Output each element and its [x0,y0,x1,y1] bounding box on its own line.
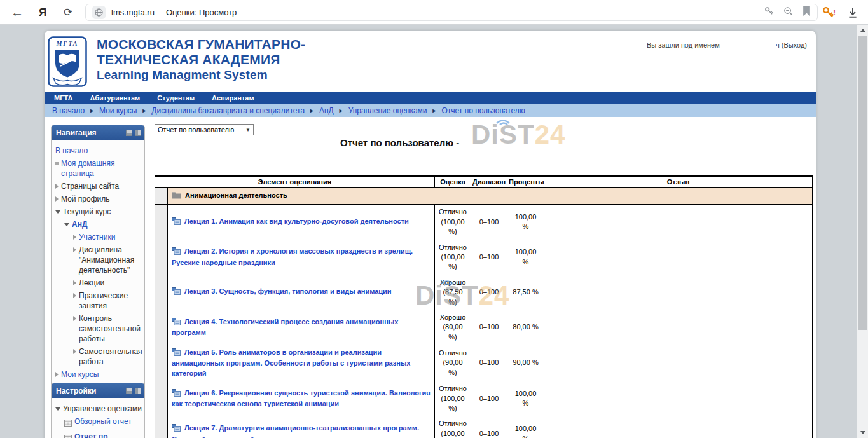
breadcrumb-separator-icon: ► [89,107,95,114]
collapse-block-icon[interactable] [126,130,132,136]
logout-link[interactable]: ч (Выход) [776,41,807,49]
address-bar[interactable]: lms.mgta.ru Оценки: Просмотр [85,4,818,21]
grade-item-link[interactable]: Лекция 5. Роль аниматоров в организации … [172,348,411,377]
item-cell: Лекция 1. Анимация как вид культурно-дос… [168,205,435,240]
url-text[interactable]: lms.mgta.ru [111,8,155,17]
lesson-icon [172,424,181,434]
yandex-logo[interactable]: Я [33,0,52,25]
sidebar-item-label: Практические занятия [79,291,142,311]
sidebar-item[interactable]: Моя домашняя страница [55,157,142,180]
collapse-arrow-icon[interactable] [55,407,60,411]
key-icon[interactable] [764,6,774,18]
collapse-arrow-icon[interactable] [64,223,69,226]
level-gutter-cell [155,240,168,275]
level-gutter-cell [155,275,168,310]
main-menu: МГТААбитуриентамСтудентамАспирантам [45,92,816,104]
grade-table-head: Элемент оцениванияОценкаДиапазонПроценты… [155,176,813,188]
menu-item[interactable]: Студентам [157,94,195,102]
menu-item[interactable]: Аспирантам [212,94,254,102]
breadcrumb-separator-icon: ► [338,107,344,114]
page-scrollbar[interactable] [857,25,868,438]
sidebar-item-label: Текущий курс [63,207,111,217]
expand-arrow-icon[interactable] [73,280,76,285]
sidebar-item: Страницы сайта [55,180,142,193]
grade-cell: Отлично (100,00 %) [435,381,471,416]
dock-block-icon[interactable] [135,388,141,394]
level-gutter-cell [155,188,168,205]
breadcrumb-separator-icon: ► [432,107,437,114]
expand-arrow-icon[interactable] [73,349,76,354]
square-bullet-icon [55,162,59,165]
sidebar-item[interactable]: Обзорный отчет [64,415,142,430]
category-row: Анимационная деятельность [155,188,813,205]
item-cell: Лекция 6. Рекреационная сущность туристс… [168,381,435,416]
table-header-row: Элемент оцениванияОценкаДиапазонПроценты… [155,176,813,188]
grade-item-row: Лекция 3. Сущность, функция, типология и… [155,275,813,310]
sidebar-item-label: Лекции [79,278,104,288]
sidebar-item-label: Отчет по пользователю [74,432,142,438]
scroll-up-arrow-icon[interactable] [857,25,868,36]
breadcrumb-link[interactable]: Управление оценками [348,106,427,115]
range-cell: 0–100 [471,240,507,275]
feedback-cell [544,240,813,275]
column-header: Оценка [435,176,471,188]
login-info: Вы зашли под именем ч (Выход) [647,41,807,49]
sidebar-item: Текущий курс [55,205,142,218]
breadcrumb-link[interactable]: В начало [52,106,85,115]
expand-arrow-icon[interactable] [73,235,76,240]
grade-item-link[interactable]: Лекция 7. Драматургия анимационно-театра… [172,424,419,438]
zoom-out-icon[interactable] [783,6,793,18]
breadcrumb-link[interactable]: АнД [319,106,334,115]
expand-arrow-icon[interactable] [55,372,59,377]
expand-arrow-icon[interactable] [55,184,59,189]
navigation-block-header: Навигация [52,125,144,140]
sidebar-item[interactable]: Участники [73,231,142,243]
dock-block-icon[interactable] [135,130,141,136]
range-cell: 0–100 [471,345,507,381]
range-cell: 0–100 [471,205,507,240]
collapse-arrow-icon[interactable] [55,210,60,214]
grade-item-link[interactable]: Лекция 1. Анимация как вид культурно-дос… [184,217,409,225]
grade-item-link[interactable]: Лекция 6. Рекреационная сущность туристс… [172,389,431,407]
sidebar-item[interactable]: Мои курсы [55,368,142,381]
grade-item-link[interactable]: Лекция 4. Технологический процесс создан… [172,318,398,336]
folder-icon [172,191,181,202]
grade-item-link[interactable]: Лекция 2. История и хронология массовых … [172,247,413,266]
sidebar-item[interactable]: АнД [64,218,142,231]
reload-button[interactable]: ⟳ [59,0,78,25]
scroll-down-arrow-icon[interactable] [857,427,868,438]
back-button[interactable]: ← [8,0,27,25]
expand-arrow-icon[interactable] [73,247,76,252]
grade-report-table: Элемент оцениванияОценкаДиапазонПроценты… [155,175,813,438]
sidebar-item: Контроль самостоятельной работы [73,312,142,345]
column-header: Проценты [507,176,544,188]
lesson-icon [172,389,181,399]
download-icon[interactable] [847,0,858,25]
menu-item[interactable]: Абитуриентам [90,94,140,102]
menu-item[interactable]: МГТА [54,94,72,102]
sidebar-item[interactable]: В начало [55,144,142,157]
expand-arrow-icon[interactable] [73,293,76,298]
sidebar-item: Управление оценками [55,402,142,415]
grade-item-link[interactable]: Лекция 3. Сущность, функция, типология и… [184,287,392,295]
category-cell: Анимационная деятельность [168,188,813,205]
sidebar-item[interactable]: Отчет по пользователю [64,430,142,438]
level-gutter-cell [155,381,168,416]
settings-block-header: Настройки [52,383,144,398]
breadcrumb: В начало►Мои курсы►Дисциплины бакалавриа… [45,104,816,117]
password-warning-icon[interactable]: ! [822,0,836,25]
sidebar-item: Практические занятия [73,289,142,312]
column-header: Диапазон [471,176,507,188]
report-type-select[interactable]: Отчет по пользователю ▼ [155,124,254,135]
expand-arrow-icon[interactable] [73,316,76,321]
collapse-block-icon[interactable] [126,388,132,394]
breadcrumb-link[interactable]: Отчет по пользователю [442,106,525,115]
bookmark-icon[interactable] [803,6,811,18]
breadcrumb-link[interactable]: Мои курсы [99,106,137,115]
expand-arrow-icon[interactable] [55,196,59,202]
grade-cell: Хорошо (87,50 %) [435,275,471,310]
breadcrumb-link[interactable]: Дисциплины бакалавриата и специалитета [151,106,305,115]
sidebar-item-label: Участники [79,232,115,242]
scrollbar-thumb[interactable] [858,36,867,330]
range-cell: 0–100 [471,310,507,345]
